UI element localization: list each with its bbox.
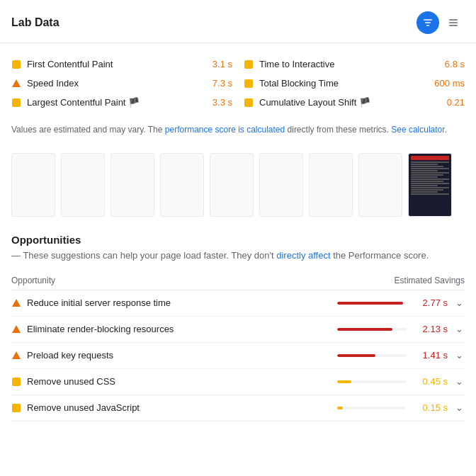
metric-tti: Time to Interactive 6.8 s <box>244 55 465 74</box>
metrics-grid: First Contentful Paint 3.1 s Speed Index… <box>0 43 476 118</box>
opp-label-1: Reduce initial server response time <box>27 298 332 308</box>
opp-triangle-icon-3 <box>11 351 21 361</box>
fcp-label: First Contentful Paint <box>27 59 188 69</box>
screenshot-4 <box>160 153 204 217</box>
screenshot-6 <box>259 153 303 217</box>
opp-label-2: Eliminate render-blocking resources <box>27 324 332 334</box>
metric-cls: Cumulative Layout Shift 🏴 0.21 <box>244 93 465 112</box>
header-icons <box>416 11 465 34</box>
tti-value: 6.8 s <box>426 59 465 69</box>
opp-bar-container-1: 2.77 s ⌄ <box>337 298 465 309</box>
screenshots-row <box>0 147 476 228</box>
si-label: Speed Index <box>27 78 188 89</box>
opp-chevron-2: ⌄ <box>453 324 465 335</box>
opp-bar-fill-1 <box>337 302 403 305</box>
opp-bar-container-3: 1.41 s ⌄ <box>337 350 465 361</box>
lcp-label: Largest Contentful Paint 🏴 <box>27 97 188 108</box>
opp-table-header: Opportunity Estimated Savings <box>11 271 465 290</box>
opp-saving-5: 0.15 s <box>412 402 448 413</box>
opportunities-subtitle: — These suggestions can help your page l… <box>11 249 429 263</box>
metric-tbt: Total Blocking Time 600 ms <box>244 74 465 93</box>
opp-subtitle-after: the Performance score. <box>331 250 429 261</box>
metrics-right-col: Time to Interactive 6.8 s Total Blocking… <box>244 55 465 112</box>
cls-label: Cumulative Layout Shift 🏴 <box>259 97 420 108</box>
opportunities-title: Opportunities <box>11 234 81 246</box>
metrics-left-col: First Contentful Paint 3.1 s Speed Index… <box>11 55 232 112</box>
opp-triangle-icon-2 <box>11 324 21 334</box>
opp-label-3: Preload key requests <box>27 350 332 361</box>
tti-icon <box>244 60 254 69</box>
filter-button[interactable] <box>416 11 439 34</box>
opp-item-reduce-server[interactable]: Reduce initial server response time 2.77… <box>11 290 465 317</box>
tti-label: Time to Interactive <box>259 59 420 69</box>
opp-item-render-blocking[interactable]: Eliminate render-blocking resources 2.13… <box>11 317 465 343</box>
opp-saving-3: 1.41 s <box>412 350 448 361</box>
fcp-icon <box>11 60 21 69</box>
screenshot-9 <box>408 153 452 217</box>
disclaimer: Values are estimated and may vary. The p… <box>0 118 476 147</box>
opp-square-icon-5 <box>11 403 21 413</box>
screenshot-8 <box>358 153 402 217</box>
opp-item-unused-js[interactable]: Remove unused JavaScript 0.15 s ⌄ <box>11 395 465 421</box>
opp-triangle-icon-1 <box>11 298 21 308</box>
opp-bar-track-4 <box>337 380 407 383</box>
lcp-value: 3.3 s <box>193 97 232 108</box>
opp-bar-track-1 <box>337 302 407 305</box>
lcp-icon <box>11 98 21 108</box>
tbt-icon <box>244 79 254 89</box>
screenshot-3 <box>110 153 154 217</box>
si-icon <box>11 79 21 89</box>
menu-button[interactable] <box>442 11 465 34</box>
screenshot-7 <box>309 153 353 217</box>
opp-subtitle-before: — These suggestions can help your page l… <box>11 250 276 261</box>
opp-bar-track-3 <box>337 354 407 357</box>
header: Lab Data <box>0 0 476 43</box>
opp-bar-fill-4 <box>337 380 351 383</box>
metric-fcp: First Contentful Paint 3.1 s <box>11 55 232 74</box>
opp-square-icon-4 <box>11 377 21 387</box>
page-title: Lab Data <box>11 16 60 29</box>
opp-chevron-5: ⌄ <box>453 402 465 414</box>
metric-lcp: Largest Contentful Paint 🏴 3.3 s <box>11 93 232 112</box>
opp-label-5: Remove unused JavaScript <box>27 402 332 413</box>
directly-affect-link[interactable]: directly affect <box>276 250 330 261</box>
opp-bar-fill-2 <box>337 328 392 331</box>
tbt-label: Total Blocking Time <box>259 78 420 89</box>
filter-icon <box>422 17 434 28</box>
disclaimer-text2: directly from these metrics. <box>285 125 391 135</box>
perf-score-link[interactable]: performance score is calculated <box>165 125 285 135</box>
screenshot-5 <box>210 153 254 217</box>
opp-bar-container-4: 0.45 s ⌄ <box>337 376 465 387</box>
screenshot-1 <box>11 153 55 217</box>
opp-bar-container-5: 0.15 s ⌄ <box>337 402 465 414</box>
disclaimer-text: Values are estimated and may vary. The <box>11 125 165 135</box>
menu-icon <box>448 17 459 28</box>
opp-col-opportunity: Opportunity <box>11 276 55 285</box>
opp-saving-4: 0.45 s <box>412 376 448 387</box>
si-value: 7.3 s <box>193 78 232 89</box>
opp-bar-container-2: 2.13 s ⌄ <box>337 324 465 335</box>
cls-icon <box>244 98 254 108</box>
opportunities-header: Opportunities — These suggestions can he… <box>11 234 465 263</box>
calculator-link[interactable]: See calculator <box>391 125 444 135</box>
opp-chevron-4: ⌄ <box>453 376 465 387</box>
opp-col-savings: Estimated Savings <box>395 276 465 285</box>
opp-bar-fill-3 <box>337 354 375 357</box>
opp-saving-2: 2.13 s <box>412 324 448 334</box>
opp-item-preload[interactable]: Preload key requests 1.41 s ⌄ <box>11 343 465 369</box>
opp-item-unused-css[interactable]: Remove unused CSS 0.45 s ⌄ <box>11 369 465 395</box>
metric-si: Speed Index 7.3 s <box>11 74 232 93</box>
opp-chevron-1: ⌄ <box>453 298 465 309</box>
screenshot-2 <box>61 153 105 217</box>
opp-label-4: Remove unused CSS <box>27 376 332 387</box>
fcp-value: 3.1 s <box>193 59 232 69</box>
opp-chevron-3: ⌄ <box>453 350 465 361</box>
opportunities-section: Opportunities — These suggestions can he… <box>0 228 476 427</box>
disclaimer-period: . <box>445 125 447 135</box>
cls-value: 0.21 <box>426 97 465 108</box>
opp-saving-1: 2.77 s <box>412 298 448 308</box>
tbt-value: 600 ms <box>426 78 465 89</box>
opp-bar-track-2 <box>337 328 407 331</box>
opp-bar-fill-5 <box>337 407 343 409</box>
opp-bar-track-5 <box>337 407 407 409</box>
